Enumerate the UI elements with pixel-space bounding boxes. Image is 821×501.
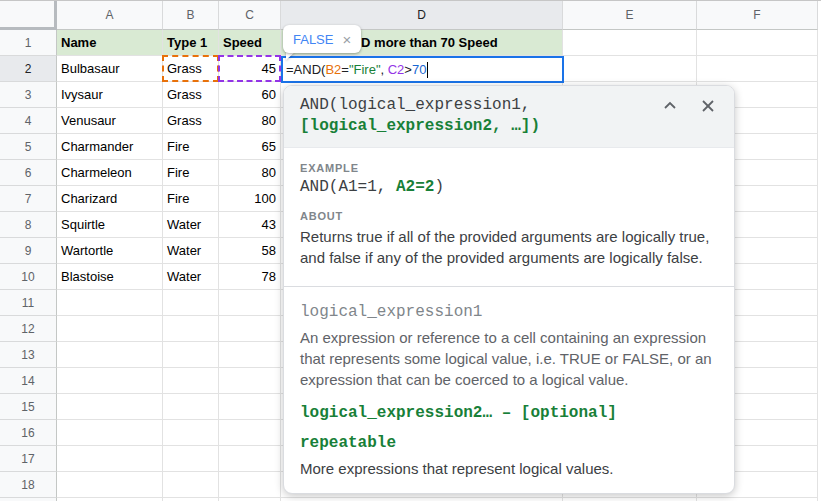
cell-C1[interactable]: Speed	[219, 30, 281, 56]
cell-E2[interactable]	[563, 56, 697, 82]
cell-B10[interactable]: Water	[163, 264, 219, 290]
formula-text: =AND(B2="Fire", C2>70	[286, 62, 426, 77]
row-header-1[interactable]: 1	[0, 30, 57, 56]
cell-A3[interactable]: Ivysaur	[57, 82, 163, 108]
learn-more-link[interactable]: Learn more	[300, 493, 377, 494]
row-header-5[interactable]: 5	[0, 134, 57, 160]
cell-A11[interactable]	[57, 290, 163, 316]
row-header-14[interactable]: 14	[0, 368, 57, 394]
cell-C12[interactable]	[219, 316, 281, 342]
cell-C11[interactable]	[219, 290, 281, 316]
cell-C16[interactable]	[219, 420, 281, 446]
row-header-4[interactable]: 4	[0, 108, 57, 134]
cell-B8[interactable]: Water	[163, 212, 219, 238]
row-header-18[interactable]: 18	[0, 472, 57, 498]
row-header-7[interactable]: 7	[0, 186, 57, 212]
column-header-a[interactable]: A	[57, 1, 163, 30]
cell-A1[interactable]: Name	[57, 30, 163, 56]
cell-C13[interactable]	[219, 342, 281, 368]
row-header-2[interactable]: 2	[0, 56, 57, 82]
cell-C15[interactable]	[219, 394, 281, 420]
cell-A15[interactable]	[57, 394, 163, 420]
row-header-15[interactable]: 15	[0, 394, 57, 420]
close-icon	[700, 98, 716, 121]
column-header-c[interactable]: C	[219, 1, 281, 30]
cell-C9[interactable]: 58	[219, 238, 281, 264]
cell-E1[interactable]	[563, 30, 697, 56]
row-header-12[interactable]: 12	[0, 316, 57, 342]
cell-B16[interactable]	[163, 420, 219, 446]
about-text: Returns true if all of the provided argu…	[300, 226, 718, 268]
cell-C2[interactable]: 45	[219, 56, 281, 82]
cell-B5[interactable]: Fire	[163, 134, 219, 160]
cell-A2[interactable]: Bulbasaur	[57, 56, 163, 82]
cell-C6[interactable]: 80	[219, 160, 281, 186]
cell-A4[interactable]: Venusaur	[57, 108, 163, 134]
cell-B13[interactable]	[163, 342, 219, 368]
row-header-6[interactable]: 6	[0, 160, 57, 186]
cell-B15[interactable]	[163, 394, 219, 420]
cell-A7[interactable]: Charizard	[57, 186, 163, 212]
cell-A17[interactable]	[57, 446, 163, 472]
cell-C3[interactable]: 60	[219, 82, 281, 108]
formula-segment: =	[341, 62, 349, 77]
cell-C7[interactable]: 100	[219, 186, 281, 212]
cell-B17[interactable]	[163, 446, 219, 472]
cell-A9[interactable]: Wartortle	[57, 238, 163, 264]
cell-B6[interactable]: Fire	[163, 160, 219, 186]
row-header-11[interactable]: 11	[0, 290, 57, 316]
function-help-popup: AND(logical_expression1, [logical_expres…	[283, 85, 735, 494]
cell-C4[interactable]: 80	[219, 108, 281, 134]
cell-B9[interactable]: Water	[163, 238, 219, 264]
cell-F1[interactable]	[697, 30, 818, 56]
cell-B11[interactable]	[163, 290, 219, 316]
close-button[interactable]	[696, 97, 720, 121]
cell-A16[interactable]	[57, 420, 163, 446]
cell-B3[interactable]: Grass	[163, 82, 219, 108]
cell-B12[interactable]	[163, 316, 219, 342]
cell-A12[interactable]	[57, 316, 163, 342]
row-header-3[interactable]: 3	[0, 82, 57, 108]
cell-B2[interactable]: Grass	[163, 56, 219, 82]
cell-A18[interactable]	[57, 472, 163, 498]
cell-F2[interactable]	[697, 56, 818, 82]
cell-B14[interactable]	[163, 368, 219, 394]
cell-C5[interactable]: 65	[219, 134, 281, 160]
arg1-name: logical_expression1	[300, 303, 718, 321]
formula-edit-cell-d2[interactable]: =AND(B2="Fire", C2>70	[281, 56, 564, 83]
chip-pointer	[286, 52, 295, 60]
cell-C10[interactable]: 78	[219, 264, 281, 290]
cell-C14[interactable]	[219, 368, 281, 394]
cell-C8[interactable]: 43	[219, 212, 281, 238]
select-all-corner[interactable]	[0, 1, 57, 30]
formula-segment: 70	[412, 62, 426, 77]
row-header-17[interactable]: 17	[0, 446, 57, 472]
cell-A5[interactable]: Charmander	[57, 134, 163, 160]
cell-C18[interactable]	[219, 472, 281, 498]
signature-line1: AND(logical_expression1,	[300, 95, 718, 116]
cell-A13[interactable]	[57, 342, 163, 368]
cell-A8[interactable]: Squirtle	[57, 212, 163, 238]
cell-A14[interactable]	[57, 368, 163, 394]
chip-close-icon[interactable]: ×	[342, 32, 351, 47]
cell-A6[interactable]: Charmeleon	[57, 160, 163, 186]
cell-B7[interactable]: Fire	[163, 186, 219, 212]
row-header-16[interactable]: 16	[0, 420, 57, 446]
row-header-10[interactable]: 10	[0, 264, 57, 290]
formula-segment: "Fire"	[349, 62, 381, 77]
cell-B1[interactable]: Type 1	[163, 30, 219, 56]
row-header-8[interactable]: 8	[0, 212, 57, 238]
cell-C17[interactable]	[219, 446, 281, 472]
cell-B4[interactable]: Grass	[163, 108, 219, 134]
row-header-13[interactable]: 13	[0, 342, 57, 368]
example-code-highlight: A2=2	[396, 178, 434, 196]
signature-line2: [logical_expression2, …])	[300, 116, 718, 137]
column-header-e[interactable]: E	[563, 1, 697, 30]
cell-A10[interactable]: Blastoise	[57, 264, 163, 290]
cell-B18[interactable]	[163, 472, 219, 498]
collapse-button[interactable]	[658, 97, 682, 121]
column-header-b[interactable]: B	[163, 1, 219, 30]
spreadsheet: ABCDEF123456789101112131415161718NameTyp…	[0, 0, 821, 501]
row-header-9[interactable]: 9	[0, 238, 57, 264]
column-header-f[interactable]: F	[697, 1, 818, 30]
